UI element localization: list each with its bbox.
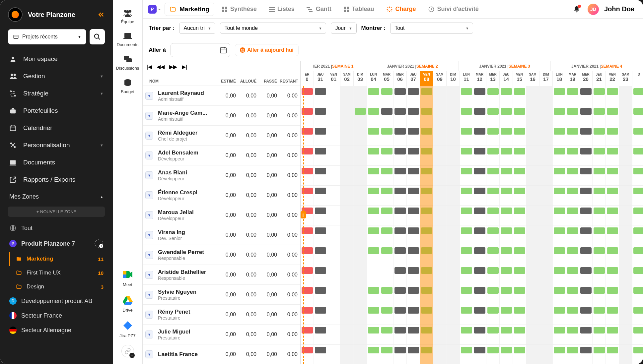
workload-bar[interactable]: [487, 148, 499, 154]
timeline-cell[interactable]: [340, 186, 354, 206]
timeline-cell[interactable]: [447, 106, 460, 126]
workload-bar[interactable]: [474, 327, 485, 334]
workload-bar[interactable]: [607, 108, 618, 115]
timeline-cell[interactable]: [447, 265, 460, 285]
workload-bar[interactable]: [501, 227, 512, 234]
timeline-cell[interactable]: [619, 265, 632, 285]
tab-listes[interactable]: Listes: [263, 2, 301, 16]
timeline-cell[interactable]: [539, 225, 553, 245]
timeline-cell[interactable]: [327, 245, 340, 265]
workload-bar[interactable]: [394, 188, 406, 194]
workload-bar[interactable]: [580, 227, 592, 234]
workload-bar[interactable]: [394, 88, 406, 95]
timeline-cell[interactable]: [526, 86, 539, 106]
timeline-cell[interactable]: [433, 245, 447, 265]
nav-rapportsexports[interactable]: Rapports / Exports: [0, 171, 113, 188]
workload-bar[interactable]: [514, 208, 525, 214]
workload-bar[interactable]: [633, 188, 643, 194]
workload-bar[interactable]: [368, 227, 379, 234]
workload-bar[interactable]: [633, 347, 643, 353]
workload-bar[interactable]: [368, 347, 379, 353]
workload-bar[interactable]: [315, 307, 326, 314]
workload-bar[interactable]: [554, 227, 565, 234]
workload-bar[interactable]: [501, 327, 512, 334]
workload-bar[interactable]: [501, 168, 512, 174]
timeline-cell[interactable]: [327, 225, 340, 245]
timeline-cell[interactable]: [327, 126, 340, 146]
timeline-cell[interactable]: [340, 126, 354, 146]
workload-bar[interactable]: [514, 327, 525, 334]
workload-bar[interactable]: [381, 227, 393, 234]
workload-bar[interactable]: [501, 247, 512, 254]
timeline-cell[interactable]: [619, 206, 632, 225]
workload-bar[interactable]: [554, 208, 565, 214]
nav-next-button[interactable]: ▶▶: [169, 64, 177, 70]
workload-bar[interactable]: [607, 128, 618, 135]
timeline-cell[interactable]: [447, 206, 460, 225]
timeline-cell[interactable]: [354, 265, 367, 285]
workload-bar[interactable]: [381, 108, 393, 115]
workload-bar[interactable]: [421, 108, 432, 115]
workload-bar[interactable]: [421, 227, 432, 234]
workload-bar[interactable]: [487, 307, 499, 314]
timeline-cell[interactable]: [447, 146, 460, 166]
workload-bar[interactable]: [315, 208, 326, 214]
avatar[interactable]: JD: [588, 4, 599, 15]
timeline-cell[interactable]: [354, 166, 367, 186]
workload-bar[interactable]: [408, 347, 419, 353]
timeline-cell[interactable]: [433, 305, 447, 325]
workload-bar[interactable]: [408, 148, 419, 154]
timeline-cell[interactable]: [433, 146, 447, 166]
workload-bar[interactable]: [594, 347, 605, 353]
workload-bar[interactable]: [501, 307, 512, 314]
expand-button[interactable]: ▼: [145, 350, 153, 358]
workload-bar[interactable]: [514, 168, 525, 174]
workload-bar[interactable]: [408, 208, 419, 214]
workload-bar[interactable]: [408, 307, 419, 314]
expand-button[interactable]: ▼: [145, 231, 153, 239]
workload-bar[interactable]: [408, 267, 419, 274]
workload-bar[interactable]: [554, 188, 565, 194]
workload-bar[interactable]: [580, 267, 592, 274]
timeline-cell[interactable]: [433, 285, 447, 305]
workload-bar[interactable]: [315, 327, 326, 334]
period-select[interactable]: Jour▼: [331, 23, 356, 34]
workload-bar[interactable]: [394, 227, 406, 234]
timeline-cell[interactable]: [327, 325, 340, 345]
workload-bar[interactable]: [567, 148, 578, 154]
workload-bar[interactable]: [580, 247, 592, 254]
workload-bar[interactable]: [633, 287, 643, 294]
timeline-cell[interactable]: [539, 285, 553, 305]
workload-bar[interactable]: [461, 208, 472, 214]
workload-bar[interactable]: [554, 327, 565, 334]
workload-bar[interactable]: [381, 208, 393, 214]
timeline-cell[interactable]: [433, 265, 447, 285]
timeline-cell[interactable]: [539, 186, 553, 206]
who-select[interactable]: Tout le monde▼: [220, 23, 326, 34]
workload-bar[interactable]: [501, 88, 512, 95]
workload-bar[interactable]: [368, 128, 379, 135]
goto-date-input[interactable]: [171, 43, 230, 57]
app-drive[interactable]: [121, 294, 134, 306]
tab-suividactivit[interactable]: Suivi d'activité: [422, 2, 485, 16]
workload-bar[interactable]: [408, 287, 419, 294]
timeline-cell[interactable]: [354, 146, 367, 166]
workload-bar[interactable]: [461, 307, 472, 314]
workload-bar[interactable]: [421, 148, 432, 154]
workload-bar[interactable]: [315, 227, 326, 234]
workload-bar[interactable]: [487, 327, 499, 334]
workload-bar[interactable]: [567, 327, 578, 334]
workload-bar[interactable]: [580, 168, 592, 174]
workload-bar[interactable]: [421, 208, 432, 214]
nav-stratgie[interactable]: Stratégie▼: [0, 85, 113, 102]
timeline-cell[interactable]: [619, 166, 632, 186]
workload-bar[interactable]: [408, 247, 419, 254]
timeline-cell[interactable]: [340, 86, 354, 106]
workload-bar[interactable]: [514, 88, 525, 95]
workload-bar[interactable]: [315, 347, 326, 353]
timeline-cell[interactable]: [619, 126, 632, 146]
workload-bar[interactable]: [501, 188, 512, 194]
workload-bar[interactable]: [501, 128, 512, 135]
workload-bar[interactable]: [461, 128, 472, 135]
workload-bar[interactable]: [408, 108, 419, 115]
